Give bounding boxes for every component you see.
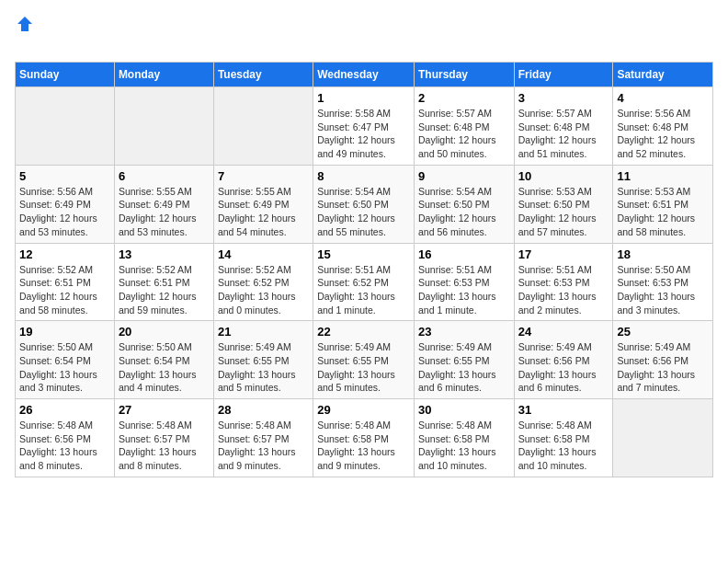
day-number: 2 [418, 91, 510, 105]
day-number: 23 [418, 325, 510, 339]
calendar-cell: 2Sunrise: 5:57 AM Sunset: 6:48 PM Daylig… [414, 87, 514, 166]
weekday-header-sunday: Sunday [16, 63, 115, 87]
calendar-cell: 8Sunrise: 5:54 AM Sunset: 6:50 PM Daylig… [313, 165, 415, 243]
day-number: 7 [218, 169, 309, 183]
calendar-cell: 19Sunrise: 5:50 AM Sunset: 6:54 PM Dayli… [16, 321, 115, 399]
day-number: 26 [19, 403, 110, 417]
day-info: Sunrise: 5:51 AM Sunset: 6:52 PM Dayligh… [317, 263, 410, 317]
day-info: Sunrise: 5:57 AM Sunset: 6:48 PM Dayligh… [418, 107, 510, 161]
day-info: Sunrise: 5:57 AM Sunset: 6:48 PM Dayligh… [518, 107, 609, 161]
svg-marker-0 [17, 17, 32, 31]
day-number: 10 [518, 169, 609, 183]
day-number: 28 [218, 403, 309, 417]
day-number: 29 [317, 403, 410, 417]
day-number: 22 [317, 325, 410, 339]
day-number: 16 [418, 247, 510, 261]
calendar-cell: 3Sunrise: 5:57 AM Sunset: 6:48 PM Daylig… [514, 87, 613, 166]
day-number: 3 [518, 91, 609, 105]
calendar-cell: 15Sunrise: 5:51 AM Sunset: 6:52 PM Dayli… [313, 243, 415, 321]
weekday-header-saturday: Saturday [613, 63, 713, 87]
calendar-cell: 11Sunrise: 5:53 AM Sunset: 6:51 PM Dayli… [613, 165, 713, 243]
calendar-cell: 24Sunrise: 5:49 AM Sunset: 6:56 PM Dayli… [514, 321, 613, 399]
day-info: Sunrise: 5:49 AM Sunset: 6:56 PM Dayligh… [518, 340, 609, 395]
calendar-cell: 27Sunrise: 5:48 AM Sunset: 6:57 PM Dayli… [114, 399, 213, 477]
calendar-cell [613, 399, 713, 477]
day-info: Sunrise: 5:48 AM Sunset: 6:58 PM Dayligh… [418, 419, 510, 473]
day-number: 30 [418, 403, 510, 417]
day-info: Sunrise: 5:49 AM Sunset: 6:55 PM Dayligh… [218, 340, 309, 395]
day-info: Sunrise: 5:55 AM Sunset: 6:49 PM Dayligh… [119, 185, 210, 239]
day-info: Sunrise: 5:49 AM Sunset: 6:55 PM Dayligh… [418, 340, 510, 395]
day-number: 17 [518, 247, 609, 261]
day-info: Sunrise: 5:48 AM Sunset: 6:57 PM Dayligh… [218, 419, 309, 473]
day-number: 21 [218, 325, 309, 339]
day-number: 18 [617, 247, 709, 261]
day-info: Sunrise: 5:50 AM Sunset: 6:53 PM Dayligh… [617, 263, 709, 317]
calendar-cell [114, 87, 213, 166]
day-number: 13 [119, 247, 210, 261]
calendar-table: SundayMondayTuesdayWednesdayThursdayFrid… [15, 62, 713, 477]
day-info: Sunrise: 5:48 AM Sunset: 6:58 PM Dayligh… [518, 419, 609, 473]
calendar-cell: 14Sunrise: 5:52 AM Sunset: 6:52 PM Dayli… [213, 243, 313, 321]
day-info: Sunrise: 5:53 AM Sunset: 6:51 PM Dayligh… [617, 185, 709, 239]
day-info: Sunrise: 5:54 AM Sunset: 6:50 PM Dayligh… [418, 185, 510, 239]
calendar-cell: 9Sunrise: 5:54 AM Sunset: 6:50 PM Daylig… [414, 165, 514, 243]
calendar-cell: 23Sunrise: 5:49 AM Sunset: 6:55 PM Dayli… [414, 321, 514, 399]
calendar-cell: 22Sunrise: 5:49 AM Sunset: 6:55 PM Dayli… [313, 321, 415, 399]
day-info: Sunrise: 5:53 AM Sunset: 6:50 PM Dayligh… [518, 185, 609, 239]
day-info: Sunrise: 5:54 AM Sunset: 6:50 PM Dayligh… [317, 185, 410, 239]
day-number: 27 [119, 403, 210, 417]
day-info: Sunrise: 5:56 AM Sunset: 6:49 PM Dayligh… [19, 185, 110, 239]
day-info: Sunrise: 5:49 AM Sunset: 6:55 PM Dayligh… [317, 340, 410, 395]
calendar-cell: 16Sunrise: 5:51 AM Sunset: 6:53 PM Dayli… [414, 243, 514, 321]
logo-icon [16, 15, 34, 33]
day-info: Sunrise: 5:52 AM Sunset: 6:51 PM Dayligh… [19, 263, 110, 317]
weekday-header-friday: Friday [514, 63, 613, 87]
logo [15, 15, 34, 51]
weekday-header-thursday: Thursday [414, 63, 514, 87]
day-number: 9 [418, 169, 510, 183]
calendar-cell [213, 87, 313, 166]
calendar-cell: 4Sunrise: 5:56 AM Sunset: 6:48 PM Daylig… [613, 87, 713, 166]
calendar-cell: 5Sunrise: 5:56 AM Sunset: 6:49 PM Daylig… [16, 165, 115, 243]
day-number: 15 [317, 247, 410, 261]
calendar-cell: 17Sunrise: 5:51 AM Sunset: 6:53 PM Dayli… [514, 243, 613, 321]
day-info: Sunrise: 5:50 AM Sunset: 6:54 PM Dayligh… [19, 340, 110, 395]
weekday-header-tuesday: Tuesday [213, 63, 313, 87]
day-number: 8 [317, 169, 410, 183]
calendar-cell: 30Sunrise: 5:48 AM Sunset: 6:58 PM Dayli… [414, 399, 514, 477]
calendar-cell: 21Sunrise: 5:49 AM Sunset: 6:55 PM Dayli… [213, 321, 313, 399]
calendar-cell: 1Sunrise: 5:58 AM Sunset: 6:47 PM Daylig… [313, 87, 415, 166]
calendar-cell: 31Sunrise: 5:48 AM Sunset: 6:58 PM Dayli… [514, 399, 613, 477]
day-number: 11 [617, 169, 709, 183]
day-number: 4 [617, 91, 709, 105]
day-number: 25 [617, 325, 709, 339]
day-info: Sunrise: 5:56 AM Sunset: 6:48 PM Dayligh… [617, 107, 709, 161]
day-info: Sunrise: 5:48 AM Sunset: 6:58 PM Dayligh… [317, 419, 410, 473]
day-info: Sunrise: 5:52 AM Sunset: 6:51 PM Dayligh… [119, 263, 210, 317]
day-number: 14 [218, 247, 309, 261]
calendar-cell: 13Sunrise: 5:52 AM Sunset: 6:51 PM Dayli… [114, 243, 213, 321]
calendar-cell: 20Sunrise: 5:50 AM Sunset: 6:54 PM Dayli… [114, 321, 213, 399]
day-info: Sunrise: 5:52 AM Sunset: 6:52 PM Dayligh… [218, 263, 309, 317]
day-info: Sunrise: 5:51 AM Sunset: 6:53 PM Dayligh… [418, 263, 510, 317]
day-info: Sunrise: 5:55 AM Sunset: 6:49 PM Dayligh… [218, 185, 309, 239]
day-info: Sunrise: 5:48 AM Sunset: 6:57 PM Dayligh… [119, 419, 210, 473]
calendar-cell: 18Sunrise: 5:50 AM Sunset: 6:53 PM Dayli… [613, 243, 713, 321]
calendar-cell: 26Sunrise: 5:48 AM Sunset: 6:56 PM Dayli… [16, 399, 115, 477]
day-info: Sunrise: 5:49 AM Sunset: 6:56 PM Dayligh… [617, 340, 709, 395]
day-number: 6 [119, 169, 210, 183]
calendar-cell: 25Sunrise: 5:49 AM Sunset: 6:56 PM Dayli… [613, 321, 713, 399]
calendar-cell: 29Sunrise: 5:48 AM Sunset: 6:58 PM Dayli… [313, 399, 415, 477]
day-number: 31 [518, 403, 609, 417]
calendar-cell: 10Sunrise: 5:53 AM Sunset: 6:50 PM Dayli… [514, 165, 613, 243]
day-number: 5 [19, 169, 110, 183]
calendar-cell: 12Sunrise: 5:52 AM Sunset: 6:51 PM Dayli… [16, 243, 115, 321]
calendar-cell [16, 87, 115, 166]
calendar-cell: 7Sunrise: 5:55 AM Sunset: 6:49 PM Daylig… [213, 165, 313, 243]
day-number: 19 [19, 325, 110, 339]
day-number: 1 [317, 91, 410, 105]
day-info: Sunrise: 5:50 AM Sunset: 6:54 PM Dayligh… [119, 340, 210, 395]
day-number: 12 [19, 247, 110, 261]
day-number: 20 [119, 325, 210, 339]
